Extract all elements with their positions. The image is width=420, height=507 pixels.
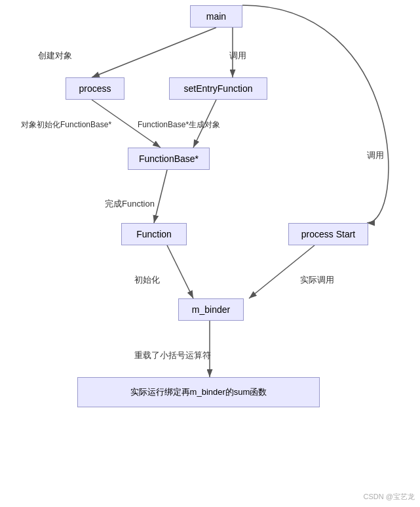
invoke1-label: 调用: [229, 50, 246, 62]
actual-invoke-label: 实际调用: [300, 274, 334, 286]
main-node: main: [190, 5, 242, 28]
overload-paren-label: 重载了小括号运算符: [134, 350, 211, 361]
gen-funcbase-label: FunctionBase*生成对象: [138, 119, 220, 131]
invoke2-label: 调用: [367, 150, 384, 161]
diagram: main process setEntryFunction FunctionBa…: [0, 0, 420, 507]
set-entry-node: setEntryFunction: [169, 77, 267, 100]
create-obj-label: 创建对象: [38, 50, 72, 62]
mbinder-node: m_binder: [178, 298, 244, 321]
svg-line-1: [92, 28, 216, 77]
svg-line-7: [249, 245, 315, 298]
process-node: process: [66, 77, 124, 100]
watermark: CSDN @宝艺龙: [364, 492, 415, 502]
function-node: Function: [121, 223, 187, 245]
process-start-node: process Start: [288, 223, 368, 245]
svg-line-5: [154, 170, 167, 223]
complete-func-label: 完成Function: [105, 198, 155, 210]
actual-run-node: 实际运行绑定再m_binder的sum函数: [77, 377, 320, 407]
svg-line-6: [167, 245, 193, 298]
initialize-label: 初始化: [134, 274, 160, 286]
init-funcbase-label: 对象初始化FunctionBase*: [21, 119, 111, 131]
arrows-svg: [0, 0, 420, 507]
function-base-node: FunctionBase*: [128, 148, 210, 170]
